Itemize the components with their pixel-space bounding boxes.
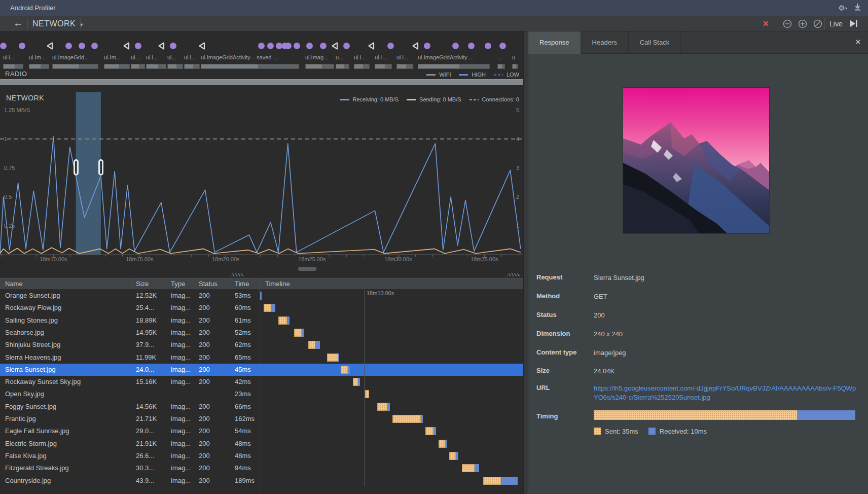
table-row[interactable]: Seahorse.jpg14.95Kimag...20052ms (0, 327, 523, 339)
column-header-time[interactable]: Time (235, 278, 249, 290)
table-row[interactable]: Rockaway Sunset Sky.jpg15.16Kimag...2004… (0, 376, 523, 388)
cell-type: imag... (171, 425, 195, 437)
cell-time: 189ms (235, 475, 258, 487)
details-tabstrip: ResponseHeadersCall Stack (528, 31, 868, 54)
tab-response[interactable]: Response (528, 31, 581, 54)
panel-divider[interactable] (523, 31, 528, 494)
cell-size: 25.4... (136, 302, 162, 314)
skip-to-live-icon[interactable] (850, 20, 857, 27)
timeline-bar-sent (353, 378, 358, 386)
cell-status: 200 (199, 450, 229, 462)
cell-status: 200 (199, 327, 229, 339)
timeline-bar-received (475, 464, 479, 472)
cell-name: Rockaway Flow.jpg (5, 302, 129, 314)
cell-status: 200 (199, 351, 229, 364)
table-header-row: NameSizeTypeStatusTimeTimeline (0, 278, 523, 290)
cell-name: Shinjuku Street.jpg (5, 339, 129, 351)
timeline-bar-sent (278, 316, 287, 325)
timeline-bar-sent (392, 415, 421, 423)
table-row[interactable]: Fitzgerald Streaks.jpg30.3...imag...2009… (0, 462, 523, 474)
cell-time: 48ms (235, 450, 258, 462)
cell-time: 94ms (235, 462, 258, 474)
field-value-url[interactable]: https://lh5.googleusercontent.com/-dJgje… (594, 384, 857, 402)
table-row[interactable]: Frantic.jpg21.71Kimag...200162ms (0, 413, 523, 425)
cell-status: 200 (199, 302, 229, 314)
cell-name: Rockaway Sunset Sky.jpg (5, 376, 129, 388)
timing-bar (594, 410, 855, 420)
cell-size: 21.71K (136, 413, 162, 425)
close-session-button[interactable]: ✕ (763, 16, 769, 31)
cell-name: Orange Sunset.jpg (5, 290, 129, 302)
cell-status: 200 (199, 376, 229, 388)
timeline-bar-received (287, 316, 290, 325)
export-download-icon[interactable] (854, 4, 861, 13)
zoom-in-button[interactable] (798, 19, 807, 28)
column-header-size[interactable]: Size (136, 278, 149, 290)
cell-type: imag... (171, 450, 195, 462)
cell-status: 200 (199, 475, 229, 487)
timeline-bar-received (456, 452, 458, 460)
received-swatch-icon (648, 428, 656, 435)
cell-type: imag... (171, 302, 195, 314)
table-row[interactable]: Open Sky.jpg23ms (0, 388, 523, 400)
timeline-bar-sent (327, 354, 338, 362)
column-header-timeline[interactable]: Timeline (265, 278, 290, 290)
table-row[interactable]: Foggy Sunset.jpg14.56Kimag...20066ms (0, 401, 523, 413)
cell-name: Countryside.jpg (5, 475, 129, 487)
cell-status: 200 (199, 364, 229, 376)
timeline-bar-sent (449, 452, 456, 460)
timing-received-legend: Received: 10ms (648, 428, 707, 435)
settings-gear-icon[interactable]: ⚙▾ (839, 4, 847, 13)
cell-size: 43.9... (136, 475, 162, 487)
cell-status: 200 (199, 339, 229, 351)
tab-call-stack[interactable]: Call Stack (629, 31, 681, 54)
close-details-button[interactable]: ✕ (855, 38, 861, 47)
table-row[interactable]: Sailing Stones.jpg18.89Kimag...20061ms (0, 314, 523, 327)
cell-name: Sierra Sunset.jpg (5, 364, 129, 376)
connections-table: NameSizeTypeStatusTimeTimelineOrange Sun… (0, 0, 523, 494)
table-row[interactable]: Sierra Sunset.jpg24.0...imag...20045ms (0, 364, 523, 376)
timeline-bar-sent (294, 329, 302, 337)
cell-size: 18.89K (136, 314, 162, 327)
reset-zoom-button[interactable] (813, 19, 822, 28)
timeline-bar-sent (264, 304, 271, 312)
column-header-type[interactable]: Type (171, 278, 185, 290)
timeline-bar-received (421, 415, 423, 423)
cell-type: imag... (171, 462, 195, 474)
table-row[interactable]: Orange Sunset.jpg12.52Kimag...20053ms (0, 290, 523, 302)
cell-time: 60ms (235, 302, 258, 314)
cell-time: 52ms (235, 327, 258, 339)
cell-name: Fitzgerald Streaks.jpg (5, 462, 129, 474)
cell-status: 200 (199, 314, 229, 327)
column-divider (164, 278, 164, 290)
sent-swatch-icon (594, 428, 601, 435)
table-row[interactable]: Rockaway Flow.jpg25.4...imag...20060ms (0, 302, 523, 314)
timeline-bar-sent (483, 477, 501, 485)
cell-size: 12.52K (136, 290, 162, 302)
cell-size: 21.91K (136, 438, 162, 450)
cell-type: imag... (171, 364, 195, 376)
timing-sent-segment (594, 410, 797, 420)
cell-status: 200 (199, 462, 229, 474)
column-header-status[interactable]: Status (199, 278, 218, 290)
cell-type: imag... (171, 401, 195, 413)
table-row[interactable]: False Kiva.jpg26.6...imag...20048ms (0, 450, 523, 462)
cell-size: 24.0... (136, 364, 162, 376)
timeline-bar-sent (462, 464, 475, 472)
column-header-name[interactable]: Name (5, 278, 23, 290)
table-row[interactable]: Eagle Fall Sunrise.jpg29.0...imag...2005… (0, 425, 523, 437)
live-button[interactable]: Live (829, 16, 843, 31)
table-row[interactable]: Shinjuku Street.jpg37.9...imag...20062ms (0, 339, 523, 351)
cell-name: Eagle Fall Sunrise.jpg (5, 425, 129, 437)
zoom-out-button[interactable] (783, 19, 792, 28)
table-row[interactable]: Sierra Heavens.jpg11.99Kimag...20065ms (0, 351, 523, 364)
table-row[interactable]: Countryside.jpg43.9...imag...200189ms (0, 475, 523, 487)
timeline-bar-received (433, 427, 436, 435)
column-divider (260, 278, 260, 290)
cell-type: imag... (171, 438, 195, 450)
table-row[interactable]: Electric Storm.jpg21.91Kimag...20048ms (0, 438, 523, 450)
cell-type: imag... (171, 376, 195, 388)
tab-headers[interactable]: Headers (581, 31, 629, 54)
timeline-bar-received (358, 378, 360, 386)
timeline-bar-sent (425, 427, 433, 435)
